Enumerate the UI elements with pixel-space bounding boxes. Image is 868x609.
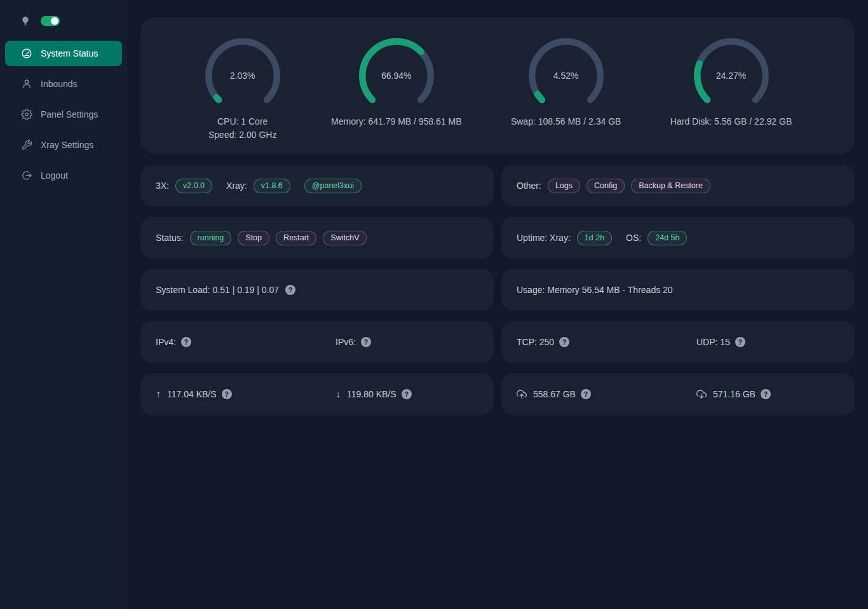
gauge-value: 4.52% <box>527 36 606 115</box>
usage-card: Usage: Memory 56.54 MB - Threads 20 <box>501 269 855 311</box>
sidebar-item-label: Logout <box>41 170 68 181</box>
os-label: OS: <box>626 233 641 243</box>
question-icon[interactable]: ? <box>285 285 295 295</box>
theme-row <box>0 13 127 29</box>
toggle-knob <box>51 17 58 25</box>
wrench-icon <box>21 139 32 151</box>
sidebar-nav: System Status Inbounds P <box>0 41 127 188</box>
download-speed-text: 119.80 KB/S <box>347 389 397 399</box>
gauges-card: 2.03% CPU: 1 Core Speed: 2.00 GHz 66.94%… <box>140 17 855 154</box>
app-root: System Status Inbounds P <box>0 0 868 609</box>
telegram-channel-badge[interactable]: @panel3xui <box>304 179 362 193</box>
xray-version-badge[interactable]: v1.8.6 <box>254 179 290 193</box>
user-icon <box>21 78 32 90</box>
question-icon[interactable]: ? <box>222 389 232 399</box>
status-running-badge: running <box>190 231 232 245</box>
tcp-section: TCP: 250 ? <box>501 337 675 347</box>
gauge-label: Memory: 641.79 MB / 958.61 MB <box>331 115 461 128</box>
sidebar-item-label: Xray Settings <box>41 140 93 150</box>
total-sent-section: 558.67 GB ? <box>501 389 675 399</box>
other-card: Other: Logs Config Backup & Restore <box>501 165 855 207</box>
gauge-value: 24.27% <box>692 36 771 115</box>
speed-card: ↑ 117.04 KB/S ? ↓ 119.80 KB/S ? <box>140 373 494 415</box>
logs-button[interactable]: Logs <box>548 179 580 193</box>
total-received-section: 571.16 GB ? <box>681 389 855 399</box>
upload-speed-text: 117.04 KB/S <box>167 389 217 399</box>
sidebar-item-label: Inbounds <box>41 79 78 89</box>
cloud-download-icon <box>696 389 707 399</box>
tcp-count-text: TCP: 250 <box>517 337 554 347</box>
sidebar-item-label: Panel Settings <box>41 109 98 120</box>
sidebar-item-system-status[interactable]: System Status <box>5 41 122 66</box>
upload-speed-section: ↑ 117.04 KB/S ? <box>140 388 314 400</box>
total-sent-text: 558.67 GB <box>533 389 576 399</box>
ipv6-section: IPv6: ? <box>320 337 494 347</box>
sidebar: System Status Inbounds P <box>0 0 127 609</box>
ipv4-section: IPv4: ? <box>140 337 314 347</box>
gauge-value: 2.03% <box>203 36 282 115</box>
sidebar-item-label: System Status <box>41 48 98 58</box>
ipv4-label: IPv4: <box>156 337 176 347</box>
uptime-card: Uptime: Xray: 1d 2h OS: 24d 5h <box>501 217 855 259</box>
config-button[interactable]: Config <box>587 179 625 193</box>
udp-count-text: UDP: 15 <box>696 337 730 347</box>
download-speed-section: ↓ 119.80 KB/S ? <box>320 388 494 400</box>
question-icon[interactable]: ? <box>361 337 371 347</box>
gauge-label: Hard Disk: 5.56 GB / 22.92 GB <box>670 115 792 128</box>
restart-button[interactable]: Restart <box>276 231 316 245</box>
info-grid: 3X: v2.0.0 Xray: v1.8.6 @panel3xui Other… <box>140 165 855 415</box>
backup-restore-button[interactable]: Backup & Restore <box>631 179 710 193</box>
traffic-card: 558.67 GB ? 571.16 GB ? <box>501 373 855 415</box>
status-card: Status: running Stop Restart SwitchV <box>140 217 494 259</box>
3x-label: 3X: <box>156 181 169 191</box>
question-icon[interactable]: ? <box>181 337 191 347</box>
gauge-label: Speed: 2.00 GHz <box>208 128 276 142</box>
usage-text: Usage: Memory 56.54 MB - Threads 20 <box>517 285 673 295</box>
other-label: Other: <box>517 181 541 191</box>
question-icon[interactable]: ? <box>761 389 771 399</box>
gauge-swap: 4.52% Swap: 108.56 MB / 2.34 GB <box>511 36 621 128</box>
sidebar-item-xray-settings[interactable]: Xray Settings <box>5 132 122 158</box>
os-uptime-badge: 24d 5h <box>648 231 687 245</box>
gauge-cpu: 2.03% CPU: 1 Core Speed: 2.00 GHz <box>203 36 282 142</box>
bulb-icon <box>20 16 31 26</box>
sidebar-item-inbounds[interactable]: Inbounds <box>5 71 122 97</box>
system-load-card: System Load: 0.51 | 0.19 | 0.07 ? <box>140 269 494 311</box>
uptime-xray-label: Uptime: Xray: <box>517 233 571 243</box>
dashboard-icon <box>21 48 32 59</box>
gauge-label: Swap: 108.56 MB / 2.34 GB <box>511 115 621 128</box>
stop-button[interactable]: Stop <box>238 231 269 245</box>
question-icon[interactable]: ? <box>402 389 412 399</box>
question-icon[interactable]: ? <box>559 337 569 347</box>
status-label: Status: <box>156 233 184 243</box>
question-icon[interactable]: ? <box>581 389 591 399</box>
main-content: 2.03% CPU: 1 Core Speed: 2.00 GHz 66.94%… <box>127 0 868 609</box>
sidebar-item-panel-settings[interactable]: Panel Settings <box>5 102 122 127</box>
arrow-down-icon: ↓ <box>336 388 341 400</box>
ip-card: IPv4: ? IPv6: ? <box>140 321 494 363</box>
theme-toggle[interactable] <box>41 16 60 26</box>
switch-version-button[interactable]: SwitchV <box>323 231 367 245</box>
version-card: 3X: v2.0.0 Xray: v1.8.6 @panel3xui <box>140 165 494 207</box>
gauge-label: CPU: 1 Core <box>217 115 268 128</box>
total-received-text: 571.16 GB <box>713 389 756 399</box>
question-icon[interactable]: ? <box>735 337 745 347</box>
logout-icon <box>21 170 32 181</box>
3x-version-badge[interactable]: v2.0.0 <box>175 179 212 193</box>
xray-uptime-badge: 1d 2h <box>577 231 612 245</box>
connections-card: TCP: 250 ? UDP: 15 ? <box>501 321 855 363</box>
cloud-upload-icon <box>517 389 527 399</box>
arrow-up-icon: ↑ <box>156 388 161 400</box>
gauge-memory: 66.94% Memory: 641.79 MB / 958.61 MB <box>331 36 461 128</box>
gauge-hard-disk: 24.27% Hard Disk: 5.56 GB / 22.92 GB <box>670 36 792 128</box>
udp-section: UDP: 15 ? <box>681 337 855 347</box>
gauge-value: 66.94% <box>357 36 436 115</box>
system-load-text: System Load: 0.51 | 0.19 | 0.07 <box>156 285 279 295</box>
ipv6-label: IPv6: <box>336 337 356 347</box>
xray-label: Xray: <box>226 181 247 191</box>
sidebar-item-logout[interactable]: Logout <box>5 163 122 188</box>
gear-icon <box>21 109 32 120</box>
